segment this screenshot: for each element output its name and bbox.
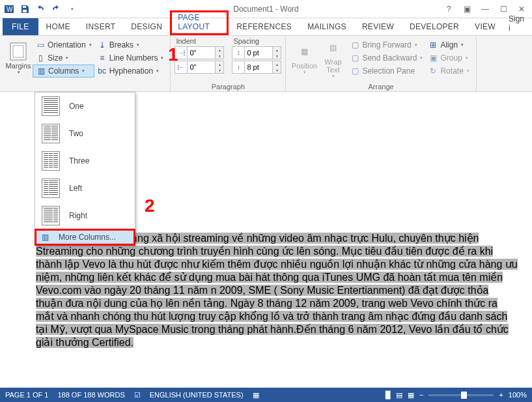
columns-two-icon <box>42 124 60 143</box>
columns-right-icon <box>42 206 60 225</box>
tab-file[interactable]: FILE <box>3 18 38 35</box>
page-indicator[interactable]: PAGE 1 OF 1 <box>5 391 48 399</box>
save-icon[interactable] <box>18 3 31 16</box>
margins-button[interactable]: Margins <box>4 37 33 79</box>
more-columns-icon: ▥ <box>42 233 52 242</box>
undo-icon[interactable] <box>34 3 47 16</box>
line-numbers-label: Line Numbers <box>109 53 158 63</box>
ribbon-tabs: FILE HOME INSERT DESIGN PAGE LAYOUT REFE… <box>0 18 532 36</box>
ribbon-display-icon[interactable]: ▣ <box>459 3 475 16</box>
zoom-out-button[interactable]: − <box>419 391 423 399</box>
breaks-icon: ⤓ <box>97 40 107 50</box>
rotate-icon: ↻ <box>428 66 438 76</box>
columns-option-three[interactable]: Three <box>35 147 135 175</box>
position-icon: ▦ <box>294 41 315 62</box>
group-page-setup: Margins ▭Orientation ▯Size ▥Columns ⤓Bre… <box>0 36 171 91</box>
tab-design[interactable]: DESIGN <box>123 20 170 35</box>
space-before-input[interactable] <box>245 46 272 59</box>
space-after-input[interactable] <box>245 61 272 74</box>
space-after-spinner[interactable]: ↕ ▲▼ <box>232 61 281 74</box>
tab-review[interactable]: REVIEW <box>354 20 402 35</box>
help-icon[interactable]: ? <box>441 3 456 16</box>
selection-pane-button[interactable]: ▢Selection Pane <box>347 65 425 78</box>
annotation-2: 2 <box>145 195 155 216</box>
rotate-button: ↻Rotate <box>425 65 471 78</box>
sign-in-link[interactable]: Sign i <box>503 12 529 35</box>
tab-mailings[interactable]: MAILINGS <box>300 20 354 35</box>
quick-access-toolbar: W <box>3 3 78 16</box>
size-button[interactable]: ▯Size <box>33 51 94 65</box>
columns-button[interactable]: ▥Columns <box>33 65 94 78</box>
columns-left-label: Left <box>69 184 82 193</box>
word-app-icon[interactable]: W <box>3 3 16 16</box>
space-before-spinner[interactable]: ↕ ▲▼ <box>232 46 281 59</box>
columns-option-left[interactable]: Left <box>35 175 135 202</box>
svg-rect-3 <box>23 10 27 12</box>
tab-home[interactable]: HOME <box>38 20 78 35</box>
hyphenation-label: Hyphenation <box>109 66 153 76</box>
columns-more-option[interactable]: ▥ More Columns... <box>35 229 135 246</box>
rotate-label: Rotate <box>440 66 463 76</box>
columns-three-label: Three <box>69 156 89 165</box>
indent-right-spinner[interactable]: |← ▲▼ <box>175 61 224 74</box>
tab-references[interactable]: REFERENCES <box>229 20 300 35</box>
tab-view[interactable]: VIEW <box>467 20 503 35</box>
indent-left-input[interactable] <box>188 46 215 59</box>
align-button[interactable]: ⊞Align <box>425 38 471 51</box>
indent-header: Indent <box>175 37 224 45</box>
tab-developer[interactable]: DEVELOPER <box>402 20 467 35</box>
columns-option-two[interactable]: Two <box>35 120 135 147</box>
bring-forward-label: Bring Forward <box>362 40 411 50</box>
columns-right-label: Right <box>69 211 87 220</box>
group-label: Group <box>440 53 462 63</box>
zoom-level[interactable]: 100% <box>509 391 527 399</box>
space-before-icon: ↕ <box>232 46 245 59</box>
ribbon: Margins ▭Orientation ▯Size ▥Columns ⤓Bre… <box>0 36 532 92</box>
language-indicator[interactable]: ENGLISH (UNITED STATES) <box>150 391 244 399</box>
hyphenation-button[interactable]: bcHyphenation <box>94 65 167 78</box>
align-label: Align <box>440 40 458 50</box>
columns-option-right[interactable]: Right <box>35 202 135 229</box>
tab-page-layout[interactable]: PAGE LAYOUT <box>170 10 229 35</box>
zoom-in-button[interactable]: + <box>499 391 503 399</box>
word-count[interactable]: 188 OF 188 WORDS <box>57 391 124 399</box>
qat-customize-icon[interactable] <box>65 3 78 16</box>
print-layout-icon[interactable]: ▤ <box>396 391 402 399</box>
tab-insert[interactable]: INSERT <box>78 20 124 35</box>
proofing-icon[interactable]: ☑ <box>134 391 141 399</box>
web-layout-icon[interactable]: ▦ <box>408 391 414 399</box>
breaks-button[interactable]: ⤓Breaks <box>94 38 167 51</box>
indent-left-spinner[interactable]: →| ▲▼ <box>175 46 224 59</box>
columns-three-icon <box>42 151 60 171</box>
columns-label: Columns <box>48 66 79 76</box>
document-paragraph[interactable]: ấy ý tưởng từ một mạng xã hội streaming … <box>36 232 518 349</box>
send-backward-label: Send Backward <box>362 53 417 63</box>
orientation-button[interactable]: ▭Orientation <box>33 38 94 51</box>
macro-icon[interactable]: ▦ <box>253 391 259 399</box>
columns-option-one[interactable]: One <box>35 93 135 120</box>
annotation-1: 1 <box>168 44 178 65</box>
hyphenation-icon: bc <box>97 66 107 76</box>
indent-right-input[interactable] <box>188 61 215 74</box>
group-paragraph-label: Paragraph <box>171 83 285 91</box>
columns-one-label: One <box>69 102 84 111</box>
columns-icon: ▥ <box>36 66 46 76</box>
orientation-label: Orientation <box>48 40 86 50</box>
orientation-icon: ▭ <box>35 40 46 50</box>
wrap-text-button: ▤ Wrap Text <box>318 37 347 79</box>
zoom-slider[interactable] <box>428 394 494 396</box>
minimize-icon[interactable]: — <box>477 3 493 16</box>
columns-one-icon <box>42 96 60 116</box>
position-button: ▦ Position <box>290 37 318 79</box>
redo-icon[interactable] <box>49 3 63 16</box>
send-backward-icon: ▢ <box>350 53 360 63</box>
line-numbers-button[interactable]: ≡Line Numbers <box>94 51 167 65</box>
margins-icon <box>8 41 29 62</box>
spacing-header: Spacing <box>232 37 281 45</box>
align-icon: ⊞ <box>428 40 438 50</box>
size-label: Size <box>48 53 63 63</box>
bring-forward-icon: ▢ <box>350 40 360 50</box>
read-mode-icon[interactable]: ▉ <box>385 391 391 399</box>
svg-rect-2 <box>23 6 26 8</box>
group-paragraph: Indent →| ▲▼ |← ▲▼ Spacing ↕ ▲▼ <box>171 36 286 91</box>
